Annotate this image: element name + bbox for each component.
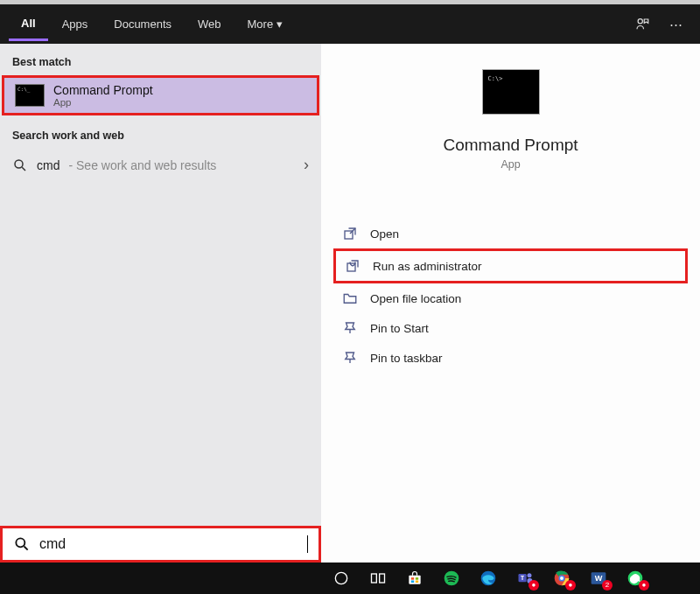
notification-badge: ● xyxy=(528,580,539,591)
action-pintaskbar-label: Pin to taskbar xyxy=(370,352,443,365)
svg-point-21 xyxy=(560,577,564,580)
action-pin-to-taskbar[interactable]: Pin to taskbar xyxy=(333,343,688,373)
notification-badge: ● xyxy=(639,580,649,591)
svg-text:W: W xyxy=(595,574,603,583)
result-subtype: App xyxy=(53,97,153,108)
svg-rect-11 xyxy=(411,581,414,584)
command-prompt-icon xyxy=(15,84,45,107)
whatsapp-icon[interactable]: ● xyxy=(618,563,653,594)
svg-point-1 xyxy=(15,160,23,168)
tab-apps[interactable]: Apps xyxy=(50,9,101,39)
tab-documents[interactable]: Documents xyxy=(102,9,184,39)
pin-icon xyxy=(342,320,358,336)
chevron-down-icon: ▾ xyxy=(276,17,283,31)
web-hint-text: - See work and web results xyxy=(68,158,216,172)
microsoft-store-icon[interactable] xyxy=(397,563,432,594)
web-query-text: cmd xyxy=(37,158,60,172)
tab-more[interactable]: More ▾ xyxy=(235,9,296,39)
result-title: Command Prompt xyxy=(53,83,153,97)
text-cursor xyxy=(307,535,308,553)
spotify-icon[interactable] xyxy=(434,563,469,594)
results-column: Best match Command Prompt App Search wor… xyxy=(0,44,321,563)
search-box-container[interactable] xyxy=(0,526,321,563)
more-options-icon[interactable]: ⋯ xyxy=(661,8,691,41)
preview-column: Command Prompt App Open Run as administr… xyxy=(321,44,700,563)
chevron-right-icon: › xyxy=(304,156,309,174)
search-filter-tabs: All Apps Documents Web More ▾ ⋯ xyxy=(0,4,700,44)
web-search-row[interactable]: cmd - See work and web results › xyxy=(0,149,321,181)
svg-point-0 xyxy=(638,18,642,23)
best-match-label: Best match xyxy=(0,44,321,75)
action-open-file-location[interactable]: Open file location xyxy=(333,283,688,313)
preview-title: Command Prompt xyxy=(443,136,578,155)
svg-point-17 xyxy=(528,573,532,577)
chrome-icon[interactable]: ● xyxy=(544,563,579,594)
svg-point-4 xyxy=(16,538,24,547)
svg-rect-7 xyxy=(380,574,385,583)
action-pinstart-label: Pin to Start xyxy=(370,322,429,335)
svg-rect-8 xyxy=(409,576,420,584)
action-open[interactable]: Open xyxy=(333,219,688,248)
svg-rect-12 xyxy=(416,581,418,584)
svg-rect-9 xyxy=(411,577,414,580)
notification-badge: ● xyxy=(565,580,576,591)
action-openloc-label: Open file location xyxy=(370,292,461,305)
tab-web[interactable]: Web xyxy=(186,9,234,39)
svg-text:T: T xyxy=(521,575,524,581)
svg-rect-6 xyxy=(372,574,377,583)
taskbar: T ● ● W 2 ● xyxy=(0,563,700,594)
pin-icon xyxy=(342,350,358,366)
command-prompt-large-icon xyxy=(483,70,539,114)
feedback-icon[interactable] xyxy=(626,8,659,41)
open-icon xyxy=(342,226,358,241)
svg-rect-10 xyxy=(416,577,418,580)
tab-all[interactable]: All xyxy=(9,8,48,41)
shield-icon xyxy=(345,258,360,274)
search-input[interactable] xyxy=(39,536,298,552)
search-web-label: Search work and web xyxy=(0,117,321,149)
cortana-icon[interactable] xyxy=(324,563,359,594)
action-open-label: Open xyxy=(370,227,399,241)
tab-more-label: More xyxy=(248,17,274,31)
edge-icon[interactable] xyxy=(471,563,506,594)
teams-icon[interactable]: T ● xyxy=(508,563,542,594)
notification-badge: 2 xyxy=(602,580,612,591)
folder-icon xyxy=(342,290,358,306)
svg-point-5 xyxy=(335,572,346,584)
search-icon xyxy=(13,535,31,553)
action-pin-to-start[interactable]: Pin to Start xyxy=(333,313,688,343)
search-icon xyxy=(12,157,28,173)
word-icon[interactable]: W 2 xyxy=(581,563,616,594)
result-command-prompt[interactable]: Command Prompt App xyxy=(2,75,319,115)
action-run-as-administrator[interactable]: Run as administrator xyxy=(333,248,688,283)
action-runadmin-label: Run as administrator xyxy=(373,260,482,273)
task-view-icon[interactable] xyxy=(360,563,396,594)
preview-subtype: App xyxy=(500,158,520,171)
